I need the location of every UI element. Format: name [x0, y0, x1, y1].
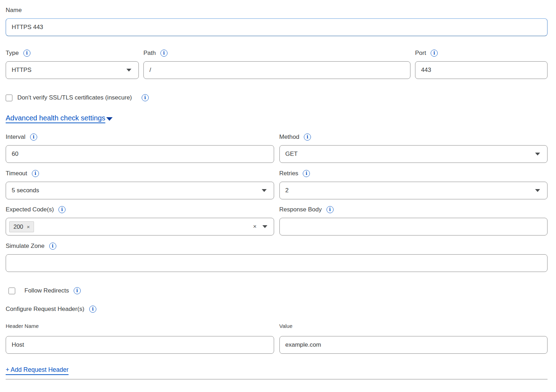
remove-tag-icon[interactable]: ×: [27, 224, 30, 230]
simulate-zone-label-text: Simulate Zone: [6, 242, 45, 250]
interval-info-icon[interactable]: [30, 133, 37, 141]
ssl-verify-info-icon[interactable]: [142, 94, 149, 101]
simulate-zone-section: Simulate Zone: [6, 242, 548, 272]
type-label-text: Type: [6, 49, 19, 57]
retries-label-text: Retries: [279, 170, 299, 177]
retries-select[interactable]: 2: [279, 182, 548, 199]
expected-codes-label: Expected Code(s): [6, 206, 274, 214]
path-label-text: Path: [143, 49, 156, 57]
name-label: Name: [6, 6, 548, 14]
code-tag-text: 200: [13, 223, 23, 230]
header-value-column-label: Value: [279, 323, 548, 329]
port-label: Port: [415, 49, 548, 57]
section-divider: [6, 379, 548, 380]
type-path-port-row: Type HTTPS Path Port: [6, 49, 548, 79]
ssl-verify-label: Don't verify SSL/TLS certificates (insec…: [17, 94, 132, 101]
retries-info-icon[interactable]: [303, 170, 310, 177]
header-name-column-label: Header Name: [6, 323, 274, 329]
expected-codes-info-icon[interactable]: [58, 206, 66, 213]
method-label: Method: [279, 133, 548, 141]
timeout-label: Timeout: [6, 170, 274, 177]
path-label: Path: [143, 49, 410, 57]
timeout-info-icon[interactable]: [32, 170, 39, 177]
triangle-down-icon: [106, 117, 113, 121]
method-select[interactable]: GET: [279, 145, 548, 163]
response-body-input[interactable]: [279, 218, 548, 235]
ssl-verify-row: Don't verify SSL/TLS certificates (insec…: [6, 94, 548, 101]
simulate-zone-label: Simulate Zone: [6, 242, 548, 250]
header-name-input[interactable]: [6, 336, 274, 354]
name-label-text: Name: [6, 6, 22, 14]
timeout-select[interactable]: 5 seconds: [6, 182, 274, 199]
name-input[interactable]: [6, 18, 548, 36]
interval-label: Interval: [6, 133, 274, 141]
port-label-text: Port: [415, 49, 426, 57]
advanced-settings-link-text: Advanced health check settings: [6, 114, 105, 122]
chevron-down-icon: [535, 189, 540, 192]
timeout-retries-row: Timeout 5 seconds Retries 2: [6, 170, 548, 199]
code-tag-200: 200 ×: [9, 221, 34, 232]
header-value-input[interactable]: [279, 336, 548, 354]
expected-codes-multiselect[interactable]: 200 × ×: [6, 218, 274, 235]
chevron-down-icon: [535, 153, 540, 155]
method-info-icon[interactable]: [304, 133, 311, 141]
request-headers-info-icon[interactable]: [89, 306, 96, 313]
request-headers-title-text: Configure Request Header(s): [6, 306, 84, 313]
type-label: Type: [6, 49, 139, 57]
clear-all-icon[interactable]: ×: [253, 223, 257, 230]
timeout-select-value: 5 seconds: [12, 187, 39, 194]
response-body-label: Response Body: [279, 206, 548, 214]
follow-redirects-checkbox[interactable]: [8, 288, 15, 294]
chevron-down-icon: [126, 69, 131, 72]
method-select-value: GET: [285, 150, 298, 158]
request-headers-title: Configure Request Header(s): [6, 306, 548, 313]
advanced-settings-toggle[interactable]: Advanced health check settings: [6, 114, 113, 122]
simulate-zone-input[interactable]: [6, 254, 548, 272]
ssl-verify-checkbox[interactable]: [6, 95, 12, 101]
interval-input[interactable]: [6, 145, 274, 163]
follow-redirects-row: Follow Redirects: [6, 287, 548, 294]
timeout-label-text: Timeout: [6, 170, 27, 177]
add-request-header-link[interactable]: + Add Request Header: [6, 366, 69, 374]
chevron-down-icon: [262, 189, 267, 192]
interval-method-row: Interval Method GET: [6, 133, 548, 163]
request-header-row: Header Name Value: [6, 323, 548, 354]
path-info-icon[interactable]: [160, 50, 168, 57]
simulate-zone-info-icon[interactable]: [49, 243, 56, 250]
follow-redirects-label: Follow Redirects: [24, 287, 69, 294]
type-info-icon[interactable]: [23, 50, 30, 57]
interval-label-text: Interval: [6, 133, 25, 141]
response-body-label-text: Response Body: [279, 206, 322, 214]
retries-label: Retries: [279, 170, 548, 177]
follow-redirects-info-icon[interactable]: [74, 287, 81, 294]
codes-body-row: Expected Code(s) 200 × × Response Body: [6, 206, 548, 235]
health-check-form: Name Type HTTPS Path Port: [0, 0, 556, 380]
port-input[interactable]: [415, 61, 548, 79]
port-info-icon[interactable]: [431, 50, 438, 57]
path-input[interactable]: [143, 61, 410, 79]
expected-codes-label-text: Expected Code(s): [6, 206, 54, 214]
type-select-value: HTTPS: [12, 67, 32, 74]
response-body-info-icon[interactable]: [327, 206, 334, 213]
type-select[interactable]: HTTPS: [6, 61, 139, 79]
method-label-text: Method: [279, 133, 300, 141]
retries-select-value: 2: [285, 187, 289, 194]
chevron-down-icon: [262, 225, 267, 228]
